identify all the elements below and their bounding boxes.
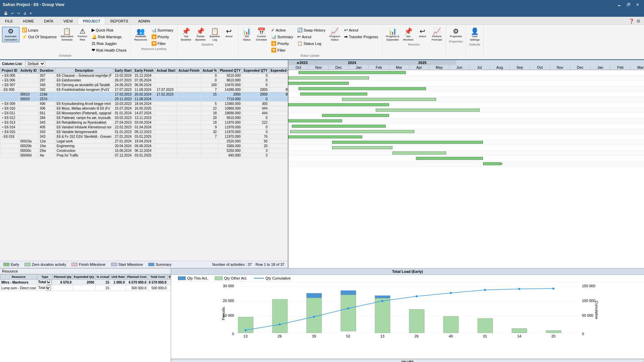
btn-filter[interactable]: 🔽Filter [269,47,295,53]
gantt-bar[interactable] [288,76,369,79]
expand-btn[interactable]: + [2,107,4,110]
tab-file[interactable]: FILE [0,17,18,24]
btn-set-baseline[interactable]: 📌 SetBaseline [179,27,193,42]
gantt-bar[interactable] [322,114,389,117]
table-row[interactable]: + E6 014 405 E6 Variabel infotavle Kleme… [0,125,288,130]
table-row[interactable]: + E6 010 306 E6 Moss, Mellas alternativ … [0,106,288,111]
table-row[interactable]: + E6 005 307 E6 Chaussé – Svinesund vegm… [0,73,288,78]
minimize-button[interactable]: 🗕 [615,2,623,8]
tab-reports[interactable]: REPORTS [105,17,133,24]
tab-data[interactable]: DATA [39,17,58,24]
btn-res-summary[interactable]: 📊Summary [150,27,175,33]
gantt-bar[interactable] [342,98,436,101]
btn-set-status[interactable]: 📊 SetStatus [240,27,254,42]
btn-res-priority[interactable]: 🔼Priority [150,34,175,40]
gantt-bar[interactable] [288,82,349,85]
qat-print[interactable]: 🖨 [22,11,28,15]
btn-loops[interactable]: 🔁Loops [20,27,58,33]
btn-summary[interactable]: 📊Summary [269,34,295,40]
table-row[interactable]: - E6 016 343 E6 & Fv 152 GSV Stenfeldt -… [0,134,288,139]
btn-quick-risk[interactable]: ▶Quick Risk [90,27,128,33]
btn-transfer-progress[interactable]: ➡Transfer Progress [342,34,380,40]
btn-risk-health[interactable]: ❤Risk Health Check [90,47,128,53]
btn-progress-expended[interactable]: 📊 Progress &Expended [384,27,401,42]
res-type-select-manhours[interactable]: Total [47,280,52,285]
expand-btn[interactable]: + [2,111,4,115]
gantt-bar[interactable] [300,93,367,96]
btn-automatic-calculation[interactable]: ⚙ AutomaticCalculation [2,27,19,42]
btn-perform-risk[interactable]: ⚠ PerformRisk [76,27,89,42]
help-button[interactable]: ❓ [629,18,634,24]
gantt-chart-pane[interactable]: ◄2023 2024 2025 Oct Nov Dec Jan Feb Mar … [288,60,644,268]
qat-save[interactable]: 💾 [3,11,9,15]
expand-btn[interactable]: + [2,83,4,87]
qat-redo[interactable]: ↪ [16,11,21,15]
btn-perform-forecast[interactable]: 📈 PerformForecast [430,27,444,42]
tab-home[interactable]: HOME [18,17,39,24]
table-row[interactable]: + E6 007 349 E6 Fjerning av alunakifer p… [0,83,288,87]
btn-baseline-log[interactable]: 📋 BaselineLog [208,27,222,42]
btn-baseline-annul[interactable]: ↩ Annul [222,27,236,39]
gantt-bar[interactable] [288,103,389,106]
btn-res-filter[interactable]: 🔽Filter [150,40,175,47]
table-row[interactable]: + E6 012 284 E6 Patterød, rampe fra sør,… [0,116,288,120]
btn-status-log[interactable]: 📋Status Log [296,40,327,47]
table-row[interactable]: + E6 006 287 E6 Eidsfunnelen 26.07.2023 … [0,78,288,83]
table-row[interactable]: 00020b 16w Engineering 20.04.2024 09.08.… [0,144,288,148]
gantt-bar[interactable] [392,152,446,155]
gantt-bar[interactable] [290,130,414,133]
btn-risk-juggler[interactable]: ⚖Risk Juggler [90,40,128,47]
btn-alternative-schedule[interactable]: 📋 AlternativeSchedule [59,27,75,42]
table-row[interactable]: + E6 013 343 E6 Rehabilitering av Ryenkr… [0,120,288,125]
table-row[interactable]: 00010 219d 17.02.2023 20.02.2024 17.02.2… [0,92,288,97]
btn-active[interactable]: ✓Active [269,27,295,33]
tab-admin[interactable]: ADMIN [133,17,155,24]
btn-out-of-sequence[interactable]: ⚡Out Of Sequence [20,34,58,40]
btn-properties[interactable]: ⚙ Properties [448,27,464,39]
btn-current-schedule[interactable]: 📅 CurrentSchedule [254,27,269,42]
gantt-bar[interactable] [483,162,500,165]
expand-btn[interactable]: - [2,88,3,92]
btn-set-revision[interactable]: 📌 SetRevision [401,27,415,42]
expand-btn[interactable]: + [2,116,4,120]
gantt-bar[interactable] [292,125,386,128]
gantt-bar[interactable] [332,146,392,149]
btn-partial-baseline[interactable]: 📌 PartialBaseline [194,27,207,42]
btn-priority[interactable]: 🔼Priority [269,40,295,47]
expand-btn[interactable]: + [2,78,4,82]
table-scroll[interactable]: Project ID Activity ID Duration Descript… [0,68,288,261]
qat-undo[interactable]: ↩ [10,11,15,15]
tab-view[interactable]: VIEW [58,17,78,24]
expand-btn[interactable]: + [2,121,4,124]
table-row[interactable]: - E6 008 392 E6 Fredrikshaldske kongevei… [0,87,288,92]
btn-status-annul[interactable]: ↩Annul [296,34,327,40]
table-row[interactable]: 00020 257d 29.11.2023 11.08.2024 7710.00… [0,97,288,102]
gantt-bar[interactable] [376,109,480,112]
btn-swap-history[interactable]: 🔄Swap History [296,27,327,33]
btn-available-resources[interactable]: 👥 AvailableResources [132,27,149,42]
btn-risk-warnings[interactable]: 🔔Risk Warnings [90,34,128,40]
table-row[interactable]: 00030c 25w Construction 15.06.2024 06.12… [0,148,288,153]
close-button[interactable]: ✕ [634,2,641,8]
gantt-bar[interactable] [288,119,342,122]
tab-project[interactable]: PROJECT [78,17,105,24]
table-row[interactable]: 00040d 4w Prep for Traffic 07.12.2024 03… [0,153,288,158]
expand-btn[interactable]: + [2,74,4,77]
gantt-bar[interactable] [332,141,483,144]
table-row[interactable]: + E6 011 561 E6 Mosseporten (Patterød), … [0,111,288,116]
qat-arrow[interactable]: ▾ [29,11,33,15]
gantt-bar[interactable] [299,87,426,90]
column-list-select[interactable]: Default [25,61,45,67]
table-row[interactable]: + E6 015 343 E6 Variable fartsgrenseskil… [0,130,288,134]
btn-revision-annul[interactable]: ↩ Annul [416,27,429,39]
expand-btn[interactable]: + [2,125,4,129]
btn-user-settings[interactable]: 👤 UserSettings [468,27,481,42]
expand-btn[interactable]: + [2,102,4,106]
btn-annul-progress[interactable]: ↩Annul [342,27,380,33]
expand-btn[interactable]: + [2,130,4,134]
gantt-bar[interactable] [288,135,362,138]
table-row[interactable]: + E6 009 406 E6 Kryssutbedring Arvoll be… [0,102,288,106]
expand-btn[interactable]: - [2,135,3,138]
gantt-bar[interactable] [299,71,406,74]
settings-icon[interactable]: ⚙ [636,18,641,24]
